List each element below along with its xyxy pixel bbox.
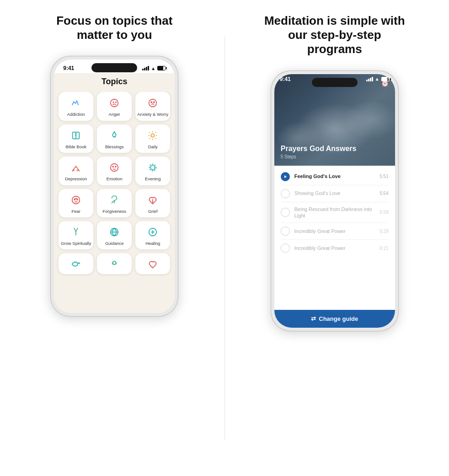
playlist-text-item3: Being Rescued from Darkness into Light [294, 206, 375, 219]
topic-card-fear[interactable]: Fear [59, 189, 93, 217]
svg-point-11 [72, 196, 80, 204]
svg-point-6 [111, 164, 118, 172]
topic-icon-b3 [146, 258, 159, 270]
hero-steps: 5 Steps [281, 154, 357, 159]
svg-point-8 [115, 166, 116, 167]
topic-icon-grow-spiritually [69, 226, 82, 238]
topic-label-fear: Fear [71, 209, 80, 214]
battery-icon-right [381, 77, 390, 81]
topic-icon-anxiety [146, 97, 159, 109]
wifi-icon: ▲ [151, 66, 155, 71]
svg-point-3 [154, 102, 155, 103]
change-guide-button[interactable]: ⇄ Change guide [274, 310, 395, 328]
topic-card-anger[interactable]: Anger [97, 92, 132, 120]
topic-card-emotion[interactable]: Emotion [97, 157, 132, 185]
playlist-text-item2: Showing God's Love [294, 190, 375, 196]
playlist-title-item5: Incredibly Great Power [294, 245, 375, 251]
phone-notch-left [91, 63, 137, 72]
playlist-duration-item3: 5:59 [380, 210, 388, 215]
topic-label-daily: Daily [148, 144, 158, 149]
topic-icon-b1 [69, 258, 82, 270]
battery-icon [157, 66, 166, 70]
playlist-item-item2[interactable]: Showing God's Love5:54 [274, 185, 395, 202]
topic-card-blessings[interactable]: Blessings [97, 124, 132, 153]
topic-icon-daily [146, 129, 159, 142]
playlist-duration-item2: 5:54 [380, 191, 388, 196]
wifi-icon-right: ▲ [375, 76, 380, 81]
svg-point-13 [77, 199, 78, 200]
topics-screen: Topics AddictionAngerAnxiety & WorryBibl… [54, 73, 175, 313]
right-phone-screen: 9:41 ▲ [274, 74, 395, 328]
svg-marker-23 [284, 175, 287, 178]
topic-card-b1[interactable] [59, 253, 93, 274]
topic-card-b3[interactable] [135, 253, 170, 274]
right-phone-frame: 9:41 ▲ [271, 70, 399, 331]
topic-label-forgiveness: Forgiveness [102, 209, 126, 214]
playlist-dot-item3 [281, 208, 290, 217]
status-time-right: 9:41 [280, 76, 291, 82]
svg-point-0 [111, 99, 118, 107]
left-heading: Focus on topics that matter to you [41, 14, 187, 42]
topic-icon-b2 [108, 258, 121, 270]
topic-card-grief[interactable]: Grief [135, 189, 170, 217]
topic-card-b2[interactable] [97, 253, 132, 274]
topic-card-depression[interactable]: Depression [59, 157, 93, 185]
playlist-duration-item4: 5:29 [380, 229, 388, 234]
topic-label-addiction: Addiction [67, 112, 85, 117]
topic-card-addiction[interactable]: Addiction [59, 92, 93, 120]
right-heading: Meditation is simple with our step-by-st… [262, 14, 408, 57]
hero-content: Prayers God Answers 5 Steps [281, 144, 357, 159]
svg-point-12 [74, 199, 75, 200]
topic-label-depression: Depression [65, 176, 87, 181]
topic-card-daily[interactable]: Daily [135, 124, 170, 153]
status-icons-right: ▲ [366, 76, 390, 81]
playlist: Feeling God's Love5:51Showing God's Love… [274, 166, 395, 310]
playlist-item-item4[interactable]: Incredibly Great Power5:29 [274, 223, 395, 239]
status-time-left: 9:41 [63, 65, 74, 71]
playlist-title-item3: Being Rescued from Darkness into Light [294, 206, 375, 219]
svg-point-2 [151, 102, 152, 103]
topic-card-bible-book[interactable]: Bible Book [59, 124, 93, 153]
topic-label-emotion: Emotion [107, 176, 123, 181]
topic-label-evening: Evening [145, 176, 160, 181]
status-icons-left: ▲ [142, 66, 166, 71]
playlist-title-item1: Feeling God's Love [294, 173, 375, 179]
playlist-dot-item4 [281, 227, 290, 236]
topic-label-anger: Anger [109, 112, 120, 117]
playlist-item-item5[interactable]: Incredibly Great Power6:21 [274, 240, 395, 256]
left-panel: Focus on topics that matter to you 9:41 [5, 9, 224, 467]
svg-point-5 [151, 134, 155, 137]
playlist-item-item1[interactable]: Feeling God's Love5:51 [274, 168, 395, 185]
signal-bars-right [366, 77, 373, 81]
svg-point-9 [151, 166, 155, 170]
topic-icon-addiction [69, 97, 82, 109]
topic-icon-forgiveness [108, 194, 121, 206]
playlist-text-item5: Incredibly Great Power [294, 245, 375, 251]
topic-label-grow-spiritually: Grow Spiritually [61, 241, 91, 246]
topic-icon-fear [69, 194, 82, 206]
change-guide-label: Change guide [319, 315, 358, 322]
topic-card-healing[interactable]: Healing [135, 221, 170, 249]
topic-card-forgiveness[interactable]: Forgiveness [97, 189, 132, 217]
playlist-dot-item2 [281, 189, 290, 198]
topic-card-anxiety[interactable]: Anxiety & Worry [135, 92, 170, 120]
topic-label-anxiety: Anxiety & Worry [137, 112, 168, 117]
change-guide-icon: ⇄ [311, 315, 316, 322]
playlist-item-item3[interactable]: Being Rescued from Darkness into Light5:… [274, 202, 395, 223]
topic-card-grow-spiritually[interactable]: Grow Spiritually [59, 221, 93, 249]
topic-label-blessings: Blessings [105, 144, 124, 149]
topic-card-evening[interactable]: Evening [135, 157, 170, 185]
topics-grid: AddictionAngerAnxiety & WorryBible BookB… [54, 92, 175, 279]
topic-icon-depression [69, 161, 82, 174]
playlist-duration-item1: 5:51 [380, 174, 388, 179]
topic-icon-guidance [108, 226, 121, 238]
topic-card-guidance[interactable]: Guidance [97, 221, 132, 249]
topic-label-guidance: Guidance [105, 241, 124, 246]
svg-point-1 [149, 99, 157, 107]
svg-point-21 [113, 262, 113, 263]
svg-point-7 [113, 166, 114, 167]
right-panel: Meditation is simple with our step-by-st… [225, 9, 445, 467]
playlist-dot-item5 [281, 243, 290, 253]
playlist-duration-item5: 6:21 [380, 246, 388, 251]
topic-label-bible-book: Bible Book [66, 144, 86, 149]
